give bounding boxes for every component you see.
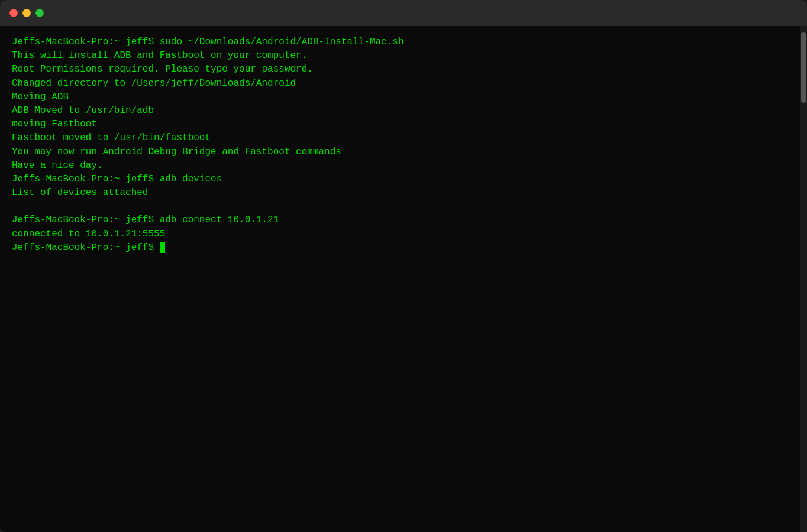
minimize-button[interactable] [22,9,31,17]
terminal-line: Jeffs-MacBook-Pro:~ jeff$ [12,241,793,255]
titlebar [0,0,807,26]
scrollbar-thumb[interactable] [801,32,806,103]
terminal-line: Moving ADB [12,90,793,104]
terminal-line: moving Fastboot [12,118,793,131]
terminal-line [12,200,793,213]
maximize-button[interactable] [35,9,44,17]
terminal-line: List of devices attached [12,186,793,200]
terminal-window: Jeffs-MacBook-Pro:~ jeff$ sudo ~/Downloa… [0,0,807,532]
scrollbar-track[interactable] [800,26,807,532]
terminal-line: This will install ADB and Fastboot on yo… [12,49,793,63]
terminal-line: Root Permissions required. Please type y… [12,63,793,76]
terminal-output: Jeffs-MacBook-Pro:~ jeff$ sudo ~/Downloa… [12,35,793,255]
close-button[interactable] [9,9,18,17]
terminal-line: Fastboot moved to /usr/bin/fastboot [12,131,793,145]
terminal-line: Have a nice day. [12,159,793,173]
traffic-lights [9,9,44,17]
cursor [160,242,165,253]
terminal-line: Jeffs-MacBook-Pro:~ jeff$ sudo ~/Downloa… [12,35,793,49]
terminal-line: Changed directory to /Users/jeff/Downloa… [12,77,793,90]
terminal-line: ADB Moved to /usr/bin/adb [12,104,793,118]
terminal-line: You may now run Android Debug Bridge and… [12,145,793,159]
terminal-line: Jeffs-MacBook-Pro:~ jeff$ adb connect 10… [12,213,793,227]
terminal-line: connected to 10.0.1.21:5555 [12,228,793,241]
terminal-line: Jeffs-MacBook-Pro:~ jeff$ adb devices [12,173,793,186]
terminal-body[interactable]: Jeffs-MacBook-Pro:~ jeff$ sudo ~/Downloa… [0,26,807,532]
